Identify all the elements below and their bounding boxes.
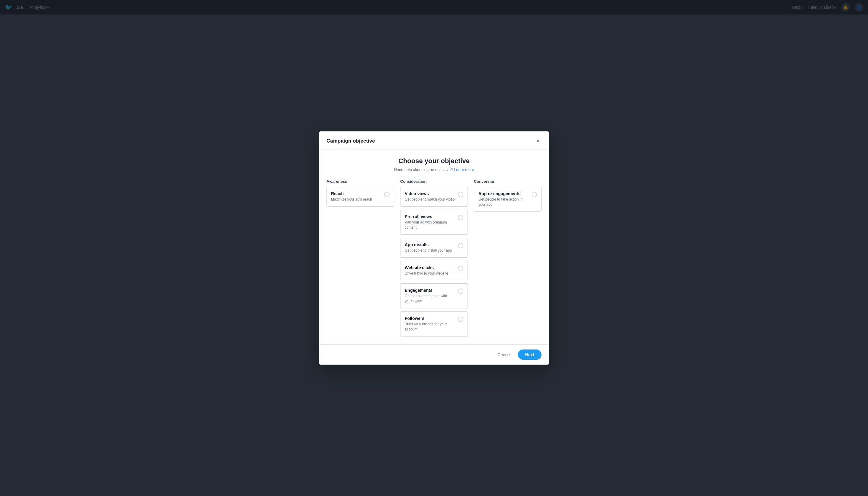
reach-card[interactable]: Reach Maximize your ad's reach — [327, 187, 394, 207]
app-re-engagements-desc: Get people to take action in your app — [478, 197, 528, 207]
conversion-column: Conversion App re-engagements Get people… — [474, 179, 541, 215]
objectives-grid: Awareness Reach Maximize your ad's reach… — [327, 179, 541, 339]
app-installs-card[interactable]: App installs Get people to install your … — [400, 238, 468, 258]
followers-desc: Build an audience for your account — [405, 322, 455, 332]
cancel-button[interactable]: Cancel — [494, 350, 514, 359]
learn-more-link[interactable]: Learn more — [454, 167, 474, 172]
next-button[interactable]: Next — [518, 350, 541, 360]
app-re-engagements-card[interactable]: App re-engagements Get people to take ac… — [474, 187, 541, 212]
app-installs-radio[interactable] — [458, 243, 463, 248]
app-installs-card-text: App installs Get people to install your … — [405, 242, 458, 253]
engagements-desc: Get people to engage with your Tweet — [405, 294, 455, 304]
video-views-card[interactable]: Video views Get people to watch your vid… — [400, 187, 468, 207]
app-re-engagements-card-text: App re-engagements Get people to take ac… — [478, 191, 532, 207]
engagements-radio[interactable] — [458, 289, 463, 294]
modal-heading: Choose your objective — [327, 157, 541, 165]
video-views-title: Video views — [405, 191, 455, 196]
modal-backdrop: Campaign objective × Choose your objecti… — [0, 0, 868, 496]
video-views-desc: Get people to watch your video — [405, 197, 455, 202]
website-clicks-desc: Drive traffic to your website — [405, 271, 455, 276]
followers-card[interactable]: Followers Build an audience for your acc… — [400, 311, 468, 337]
modal-subheading: Need help choosing an objective? Learn m… — [327, 167, 541, 172]
consideration-column-label: Consideration — [400, 179, 468, 184]
website-clicks-title: Website clicks — [405, 265, 455, 270]
reach-radio[interactable] — [384, 192, 390, 197]
pre-roll-views-card[interactable]: Pre-roll views Pair your ad with premium… — [400, 210, 468, 235]
app-installs-desc: Get people to install your app — [405, 248, 455, 253]
engagements-title: Engagements — [405, 288, 455, 293]
app-installs-title: App installs — [405, 242, 455, 247]
app-re-engagements-radio[interactable] — [532, 192, 537, 197]
followers-radio[interactable] — [458, 316, 463, 322]
pre-roll-views-desc: Pair your ad with premium content — [405, 220, 455, 230]
followers-card-text: Followers Build an audience for your acc… — [405, 316, 458, 332]
awareness-column: Awareness Reach Maximize your ad's reach — [327, 179, 394, 210]
reach-title: Reach — [331, 191, 381, 196]
video-views-card-text: Video views Get people to watch your vid… — [405, 191, 458, 202]
modal-footer: Cancel Next — [319, 344, 549, 365]
website-clicks-card-text: Website clicks Drive traffic to your web… — [405, 265, 458, 276]
reach-desc: Maximize your ad's reach — [331, 197, 381, 202]
pre-roll-views-radio[interactable] — [458, 215, 463, 220]
modal-header: Campaign objective × — [319, 131, 549, 150]
app-re-engagements-title: App re-engagements — [478, 191, 528, 196]
followers-title: Followers — [405, 316, 455, 321]
pre-roll-views-title: Pre-roll views — [405, 214, 455, 219]
modal-title: Campaign objective — [327, 138, 375, 144]
awareness-column-label: Awareness — [327, 179, 394, 184]
website-clicks-card[interactable]: Website clicks Drive traffic to your web… — [400, 261, 468, 281]
pre-roll-views-card-text: Pre-roll views Pair your ad with premium… — [405, 214, 458, 230]
video-views-radio[interactable] — [458, 192, 463, 197]
conversion-column-label: Conversion — [474, 179, 541, 184]
campaign-objective-modal: Campaign objective × Choose your objecti… — [319, 131, 549, 364]
modal-close-button[interactable]: × — [534, 137, 541, 145]
subheading-text: Need help choosing an objective? — [394, 167, 453, 172]
reach-card-text: Reach Maximize your ad's reach — [331, 191, 384, 202]
website-clicks-radio[interactable] — [458, 266, 463, 271]
engagements-card[interactable]: Engagements Get people to engage with yo… — [400, 283, 468, 308]
engagements-card-text: Engagements Get people to engage with yo… — [405, 288, 458, 304]
modal-body: Choose your objective Need help choosing… — [319, 150, 549, 344]
consideration-column: Consideration Video views Get people to … — [400, 179, 468, 339]
